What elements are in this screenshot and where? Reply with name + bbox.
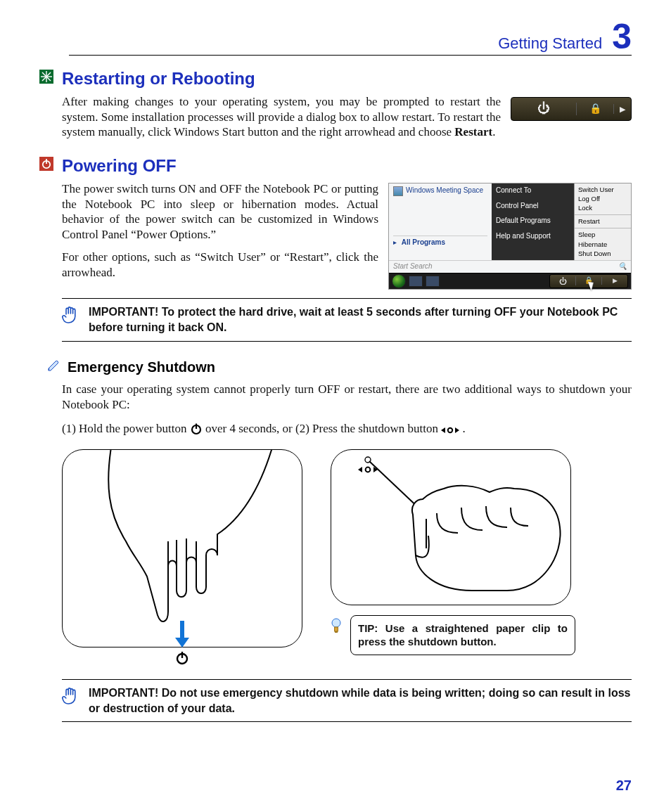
startmenu-right: Switch User Log Off Lock Restart Sleep H…: [574, 183, 631, 260]
svg-marker-17: [358, 467, 362, 472]
restarting-bold: Restart: [454, 125, 492, 138]
startmenu-search-text: Start Search: [393, 262, 433, 271]
startmenu-log-off: Log Off: [578, 195, 627, 203]
svg-rect-13: [180, 621, 184, 638]
shutdown-pin-icon: [441, 425, 459, 435]
power-icon: [174, 650, 190, 666]
method2-post: .: [463, 422, 466, 435]
emergency-methods: (1) Hold the power button over 4 seconds…: [62, 421, 632, 437]
power-lock-bar-screenshot: ⏻ 🔒 ▶: [511, 97, 632, 121]
svg-marker-12: [455, 427, 459, 433]
svg-rect-24: [335, 631, 338, 633]
hand-stop-icon: [62, 306, 80, 330]
method1-post: over 4 seconds, or: [205, 422, 293, 435]
emergency-body: In case your operating system cannot pro…: [62, 382, 632, 413]
restarting-tail: .: [492, 125, 495, 138]
svg-point-18: [366, 467, 371, 472]
startmenu-sleep: Sleep: [578, 231, 627, 239]
startmenu-all-programs: All Programs: [402, 238, 445, 246]
tip-row: TIP: Use a straightened paper clip to pr…: [331, 615, 575, 655]
lock-icon: 🔒: [576, 103, 613, 115]
lock-icon: 🔒: [575, 276, 601, 285]
lightbulb-icon: [331, 618, 343, 639]
taskbar-button: [426, 276, 440, 287]
tip-box: TIP: Use a straightened paper clip to pr…: [350, 615, 575, 655]
chevron-right-icon: ▶: [601, 277, 627, 285]
startmenu-shut-down: Shut Down: [578, 250, 627, 258]
startmenu-search: Start Search 🔍: [389, 260, 631, 273]
restarting-text: After making changes to your operating s…: [62, 95, 501, 139]
important-callout-1: IMPORTANT! To protect the hard drive, wa…: [62, 298, 632, 341]
svg-marker-14: [175, 638, 189, 647]
svg-point-22: [332, 619, 340, 627]
important-callout-2: IMPORTANT! Do not use emergency shutdown…: [62, 679, 632, 722]
snowflake-icon: [39, 70, 55, 88]
start-menu-screenshot: Windows Meeting Space ▸ All Programs Con…: [388, 183, 632, 290]
startmenu-left: Windows Meeting Space ▸ All Programs: [389, 183, 492, 260]
svg-point-11: [448, 428, 452, 432]
illustration-right-col: TIP: Use a straightened paper clip to pr…: [331, 449, 575, 670]
startmenu-lock: Lock: [578, 204, 627, 212]
illustration-hold-power: [62, 449, 302, 647]
svg-rect-23: [335, 627, 338, 631]
taskbar: ⏻ 🔒 ▶: [389, 273, 631, 289]
illustration-row: TIP: Use a straightened paper clip to pr…: [62, 449, 632, 670]
app-icon: [393, 186, 403, 196]
down-arrow-icon: [174, 621, 191, 649]
chevron-right-icon: ▸: [393, 238, 397, 246]
startmenu-control-panel: Control Panel: [496, 202, 570, 211]
power-icon: [190, 423, 203, 435]
illustration-left-col: [62, 449, 302, 670]
startmenu-default-programs: Default Programs: [496, 217, 570, 226]
power-icon: ⏻: [511, 101, 576, 117]
svg-marker-10: [441, 427, 445, 433]
heading-emergency: Emergency Shutdown: [68, 359, 215, 377]
startmenu-mid: Connect To Control Panel Default Program…: [492, 183, 574, 260]
method2-pre: (2) Press the shutdown button: [295, 422, 441, 435]
important-text-2: IMPORTANT! Do not use emergency shutdown…: [89, 685, 632, 716]
taskbar-button: [409, 276, 423, 287]
power-square-icon: [39, 157, 55, 175]
startmenu-help-support: Help and Support: [496, 232, 570, 241]
startmenu-switch-user: Switch User: [578, 186, 627, 194]
chevron-right-icon: ▶: [613, 104, 631, 114]
section-powering-off: Powering OFF: [39, 155, 632, 177]
illustration-paperclip: [331, 449, 571, 605]
chapter-number: 3: [612, 21, 632, 53]
tip-text: TIP: Use a straightened paper clip to pr…: [358, 622, 568, 648]
startmenu-hibernate: Hibernate: [578, 240, 627, 249]
svg-line-21: [369, 461, 421, 510]
subsection-emergency: Emergency Shutdown: [46, 359, 632, 377]
powering-off-content: Windows Meeting Space ▸ All Programs Con…: [62, 181, 632, 281]
restarting-content: ⏻ 🔒 ▶ After making changes to your opera…: [62, 94, 632, 140]
hand-stop-icon: [62, 687, 80, 711]
page-header: Getting Started 3: [69, 21, 632, 56]
heading-restarting: Restarting or Rebooting: [62, 68, 255, 90]
startmenu-meeting-space: Windows Meeting Space: [406, 186, 483, 195]
important-text-1: IMPORTANT! To protect the hard drive, wa…: [89, 304, 632, 335]
method1-pre: (1) Hold the power button: [62, 422, 190, 435]
startmenu-restart: Restart: [578, 217, 627, 226]
windows-orb-icon: [392, 274, 406, 288]
taskbar-power-bar: ⏻ 🔒 ▶: [549, 274, 628, 288]
page-number: 27: [616, 777, 632, 795]
heading-powering-off: Powering OFF: [62, 155, 177, 177]
power-icon: ⏻: [550, 276, 575, 286]
pen-icon: [46, 359, 62, 377]
startmenu-connect-to: Connect To: [496, 186, 570, 195]
section-restarting: Restarting or Rebooting: [39, 68, 632, 90]
search-icon: 🔍: [618, 262, 627, 271]
header-title: Getting Started: [498, 34, 602, 53]
